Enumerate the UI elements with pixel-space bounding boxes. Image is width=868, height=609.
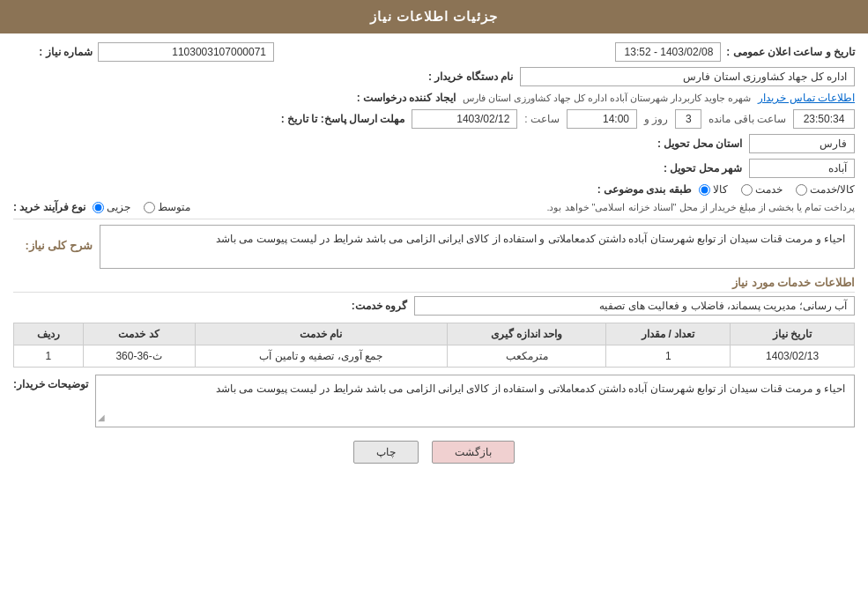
need-number-label: شماره نیاز : — [13, 46, 93, 58]
category-kala-khedmat-item: کالا/خدمت — [796, 183, 855, 196]
buyer-notes-text: احیاء و مرمت قنات سیدان از توابع شهرستان… — [216, 382, 845, 395]
countdown-label: ساعت باقی مانده — [708, 113, 786, 125]
category-kala-khedmat-radio[interactable] — [796, 184, 807, 196]
page-title: جزئیات اطلاعات نیاز — [370, 9, 498, 24]
province-value: فارس — [749, 134, 855, 153]
resize-icon: ◢ — [98, 411, 105, 425]
cell-date: 1403/02/13 — [731, 345, 855, 368]
province-row: فارس استان محل تحویل : — [13, 134, 855, 153]
description-text: احیاء و مرمت قنات سیدان از توابع شهرستان… — [100, 225, 855, 269]
col-unit: واحد اندازه گیری — [447, 323, 605, 345]
purchase-jozi-label: جزیی — [107, 201, 130, 213]
cell-unit: مترمکعب — [447, 345, 605, 368]
cell-radif: 1 — [14, 345, 84, 368]
cell-service_code: ث-36-360 — [83, 345, 195, 368]
print-button[interactable]: چاپ — [353, 441, 419, 464]
description-section: احیاء و مرمت قنات سیدان از توابع شهرستان… — [13, 225, 855, 269]
service-group-label: گروه خدمت: — [337, 300, 407, 312]
creator-label: ایجاد کننده درخواست : — [357, 92, 456, 104]
buttons-row: بازگشت چاپ — [13, 441, 855, 477]
creator-row: اطلاعات تماس خریدار شهره جاوید کاربردار … — [13, 92, 855, 104]
purchase-jozi-item: جزیی — [93, 201, 130, 213]
category-label: طبقه بندی موضوعی : — [597, 183, 692, 196]
category-radio-group: کالا/خدمت خدمت کالا — [699, 183, 855, 196]
announce-date-area: تاریخ و ساعت اعلان عمومی : 1403/02/08 - … — [615, 42, 855, 62]
purchase-radio-group: متوسط جزیی — [93, 201, 190, 213]
deadline-time-label: ساعت : — [524, 113, 560, 125]
separator-1 — [13, 219, 855, 219]
purchase-mottaset-item: متوسط — [144, 201, 190, 213]
announce-label: تاریخ و ساعت اعلان عمومی : — [726, 46, 855, 58]
buyer-notes-box: احیاء و مرمت قنات سیدان از توابع شهرستان… — [95, 375, 855, 427]
page-wrapper: جزئیات اطلاعات نیاز تاریخ و ساعت اعلان ع… — [0, 0, 868, 609]
col-radif: ردیف — [14, 323, 84, 345]
service-table-container: تاریخ نیاز تعداد / مقدار واحد اندازه گیر… — [13, 323, 855, 368]
description-box-wrapper: احیاء و مرمت قنات سیدان از توابع شهرستان… — [100, 225, 855, 269]
announce-value: 1403/02/08 - 13:52 — [615, 42, 721, 62]
creator-value: شهره جاوید کاربردار شهرستان آباده اداره … — [463, 93, 752, 104]
col-date: تاریخ نیاز — [731, 323, 855, 345]
category-khedmat-radio[interactable] — [741, 184, 753, 196]
purchase-type-label: نوع فرآیند خرید : — [13, 201, 85, 213]
purchase-notice: پرداخت تمام یا بخشی از مبلغ خریدار از مح… — [197, 202, 855, 213]
deadline-date: 1403/02/12 — [412, 109, 517, 129]
category-kala-radio[interactable] — [699, 184, 710, 196]
service-table: تاریخ نیاز تعداد / مقدار واحد اندازه گیر… — [13, 323, 855, 368]
category-kala-khedmat-label: کالا/خدمت — [810, 183, 855, 196]
deadline-row: 23:50:34 ساعت باقی مانده 3 روز و 14:00 س… — [13, 109, 855, 129]
creator-link[interactable]: اطلاعات تماس خریدار — [758, 92, 855, 104]
top-row: تاریخ و ساعت اعلان عمومی : 1403/02/08 - … — [13, 42, 855, 62]
purchase-mottaset-radio[interactable] — [144, 202, 155, 213]
purchase-jozi-radio[interactable] — [93, 202, 104, 213]
col-service-name: نام خدمت — [195, 323, 447, 345]
col-service-code: کد خدمت — [83, 323, 195, 345]
deadline-day-label: روز و — [644, 113, 668, 125]
service-group-value: آب رسانی؛ مدیریت پسماند، فاضلاب و فعالیت… — [414, 296, 855, 316]
table-row: 1403/02/131مترمکعبجمع آوری، تصفیه و تامی… — [14, 345, 855, 368]
purchase-mottaset-label: متوسط — [158, 201, 190, 213]
buyer-notes-row: احیاء و مرمت قنات سیدان از توابع شهرستان… — [13, 375, 855, 427]
purchase-type-row: پرداخت تمام یا بخشی از مبلغ خریدار از مح… — [13, 201, 855, 213]
cell-count: 1 — [606, 345, 731, 368]
category-khedmat-item: خدمت — [741, 183, 783, 196]
city-row: آباده شهر محل تحویل : — [13, 159, 855, 178]
category-kala-label: کالا — [713, 183, 728, 196]
deadline-time: 14:00 — [567, 109, 637, 129]
deadline-label: مهلت ارسال پاسخ: تا تاریخ : — [281, 113, 405, 125]
category-kala-item: کالا — [699, 183, 728, 196]
cell-service_name: جمع آوری، تصفیه و تامین آب — [195, 345, 447, 368]
need-number-area: 1103003107000071 شماره نیاز : — [13, 42, 274, 62]
province-label: استان محل تحویل : — [657, 137, 742, 150]
page-header: جزئیات اطلاعات نیاز — [0, 0, 868, 33]
buyer-row: اداره کل جهاد کشاورزی استان فارس نام دست… — [13, 67, 855, 86]
buyer-label: نام دستگاه خریدار : — [428, 71, 513, 83]
city-value: آباده — [749, 159, 855, 178]
service-info-title: اطلاعات خدمات مورد نیاز — [13, 276, 855, 293]
deadline-days: 3 — [675, 109, 701, 129]
main-content: تاریخ و ساعت اعلان عمومی : 1403/02/08 - … — [0, 33, 868, 486]
countdown-value: 23:50:34 — [793, 109, 855, 129]
need-number-value: 1103003107000071 — [98, 42, 274, 62]
category-khedmat-label: خدمت — [755, 183, 783, 196]
buyer-notes-label: توضیحات خریدار: — [13, 378, 88, 390]
city-label: شهر محل تحویل : — [664, 162, 742, 175]
back-button[interactable]: بازگشت — [432, 441, 515, 464]
col-count: تعداد / مقدار — [606, 323, 731, 345]
buyer-value: اداره کل جهاد کشاورزی استان فارس — [520, 67, 855, 86]
description-label: شرح کلی نیاز: — [13, 239, 93, 255]
category-row: کالا/خدمت خدمت کالا طبقه بندی موضوعی : — [13, 183, 855, 196]
service-group-row: آب رسانی؛ مدیریت پسماند، فاضلاب و فعالیت… — [13, 296, 855, 316]
